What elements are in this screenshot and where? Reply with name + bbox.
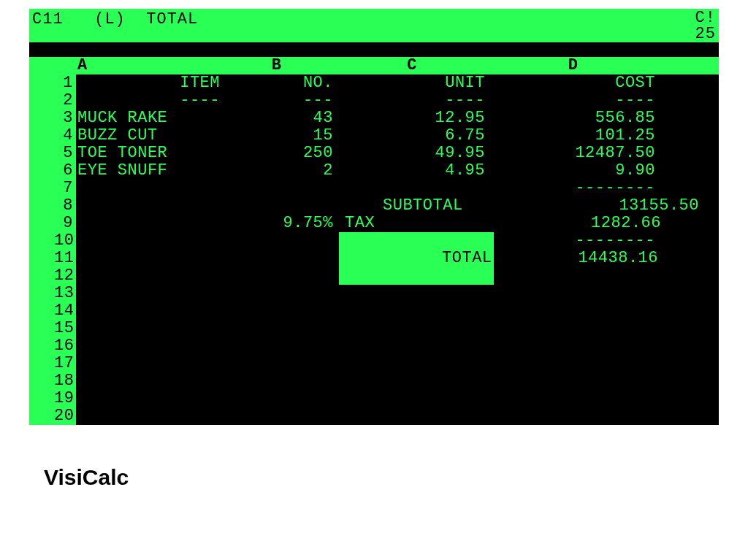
row-number: 15	[54, 320, 76, 337]
visicalc-screen: C11 (L) TOTAL C! 25 A B C D 1 ITEM NO.	[29, 9, 719, 425]
table-row[interactable]: 16	[54, 337, 719, 355]
cell[interactable]: 9.75%	[220, 215, 339, 232]
table-row[interactable]: 5 TOE TONER 250 49.95 12487.50	[54, 145, 719, 162]
cell[interactable]: 4.95	[339, 162, 491, 180]
cell[interactable]: TOE TONER	[76, 145, 220, 162]
table-row[interactable]: 4 BUZZ CUT 15 6.75 101.25	[54, 127, 719, 145]
selected-cell[interactable]: TOTAL	[339, 232, 494, 285]
table-row[interactable]: 8 SUBTOTAL 13155.50	[54, 197, 719, 215]
row-number: 7	[54, 180, 76, 197]
row-number: 4	[54, 127, 76, 145]
cell[interactable]: 2	[220, 162, 339, 180]
row-number: 17	[54, 355, 76, 372]
cell[interactable]: 13155.50	[535, 197, 705, 215]
col-header-c[interactable]: C	[339, 57, 491, 74]
cell[interactable]: COST	[491, 74, 661, 92]
cell[interactable]: BUZZ CUT	[76, 127, 220, 145]
status-right: C! 25	[695, 10, 716, 42]
row-number: 11	[54, 250, 76, 267]
status-left: C11 (L) TOTAL	[32, 10, 198, 42]
table-row[interactable]: 6 EYE SNUFF 2 4.95 9.90	[54, 162, 719, 180]
cell[interactable]: 49.95	[339, 145, 491, 162]
table-row[interactable]: 9 9.75% TAX 1282.66	[54, 215, 719, 232]
cell[interactable]: ----	[76, 92, 220, 110]
row-number: 14	[54, 302, 76, 320]
cell[interactable]: 6.75	[339, 127, 491, 145]
table-row[interactable]: 18	[54, 372, 719, 390]
row-number: 18	[54, 372, 76, 390]
cell[interactable]: ----	[491, 92, 661, 110]
table-row[interactable]: 11 TOTAL 14438.16	[54, 250, 719, 267]
total-label: TOTAL	[442, 249, 492, 267]
cell[interactable]: TAX	[339, 215, 497, 232]
row-number: 9	[54, 215, 76, 232]
cell[interactable]: ITEM	[76, 74, 220, 92]
row-number: 1	[54, 74, 76, 92]
row-number: 16	[54, 337, 76, 355]
cell[interactable]: 43	[220, 110, 339, 127]
row-number: 13	[54, 285, 76, 302]
col-header-a[interactable]: A	[76, 57, 220, 74]
col-header-d[interactable]: D	[491, 57, 661, 74]
row-number: 19	[54, 390, 76, 407]
table-row[interactable]: 2 ---- --- ---- ----	[54, 92, 719, 110]
row-number: 2	[54, 92, 76, 110]
cell[interactable]: 12.95	[339, 110, 491, 127]
cell[interactable]: 556.85	[491, 110, 661, 127]
cell[interactable]: 250	[220, 145, 339, 162]
status-content: TOTAL	[146, 10, 198, 28]
cell[interactable]: 9.90	[491, 162, 661, 180]
row-number: 8	[54, 197, 76, 215]
cell[interactable]: NO.	[220, 74, 339, 92]
cell[interactable]: EYE SNUFF	[76, 162, 220, 180]
cell[interactable]: --------	[491, 232, 661, 250]
grid-area[interactable]: A B C D 1 ITEM NO. UNIT COST 2 ---- --- …	[54, 57, 719, 425]
column-header-row: A B C D	[54, 57, 719, 74]
status-memory: 25	[695, 26, 716, 42]
cell[interactable]: 101.25	[491, 127, 661, 145]
status-indicator: C!	[695, 10, 716, 26]
cell[interactable]: 12487.50	[491, 145, 661, 162]
cell[interactable]: 15	[220, 127, 339, 145]
left-gutter	[29, 57, 54, 425]
cell[interactable]: 1282.66	[497, 215, 667, 232]
cell[interactable]: 14438.16	[494, 250, 664, 267]
spreadsheet[interactable]: A B C D 1 ITEM NO. UNIT COST 2 ---- --- …	[29, 57, 719, 425]
table-row[interactable]: 13	[54, 285, 719, 302]
cell[interactable]: ----	[339, 92, 491, 110]
table-row[interactable]: 7 --------	[54, 180, 719, 197]
row-number: 20	[54, 407, 76, 425]
row-number: 5	[54, 145, 76, 162]
table-row[interactable]: 17	[54, 355, 719, 372]
row-number: 10	[54, 232, 76, 250]
table-row[interactable]: 15	[54, 320, 719, 337]
col-header-b[interactable]: B	[220, 57, 339, 74]
cell[interactable]: ---	[220, 92, 339, 110]
cell[interactable]: SUBTOTAL	[339, 197, 535, 215]
status-format: (L)	[94, 10, 126, 28]
row-number: 3	[54, 110, 76, 127]
cell[interactable]: UNIT	[339, 74, 491, 92]
table-row[interactable]: 19	[54, 390, 719, 407]
table-row[interactable]: 1 ITEM NO. UNIT COST	[54, 74, 719, 92]
status-cell-ref: C11	[32, 10, 64, 28]
cell[interactable]: --------	[491, 180, 661, 197]
cell[interactable]: MUCK RAKE	[76, 110, 220, 127]
row-number: 12	[54, 267, 76, 285]
status-bar: C11 (L) TOTAL C! 25	[29, 9, 719, 42]
caption: VisiCalc	[44, 465, 748, 490]
row-number: 6	[54, 162, 76, 180]
table-row[interactable]: 3 MUCK RAKE 43 12.95 556.85	[54, 110, 719, 127]
separator-strip	[29, 42, 719, 57]
table-row[interactable]: 14	[54, 302, 719, 320]
table-row[interactable]: 20	[54, 407, 719, 425]
